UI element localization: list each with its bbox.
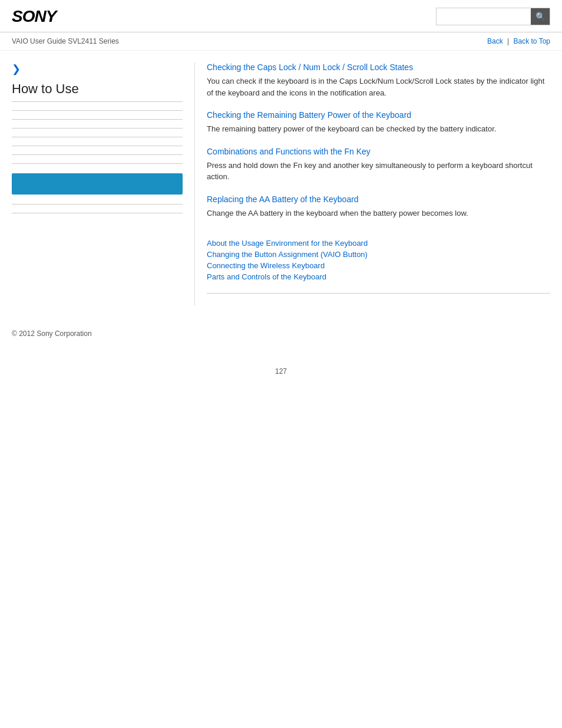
breadcrumb: VAIO User Guide SVL2411 Series bbox=[12, 37, 119, 45]
sidebar-divider-8 bbox=[12, 204, 183, 205]
copyright-text: © 2012 Sony Corporation bbox=[12, 330, 92, 338]
sidebar-title: How to Use bbox=[12, 81, 183, 102]
link-2[interactable]: Changing the Button Assignment (VAIO But… bbox=[207, 250, 550, 259]
sidebar-divider-7 bbox=[12, 163, 183, 164]
section-heading-3[interactable]: Combinations and Functions with the Fn K… bbox=[207, 147, 550, 156]
content-links: About the Usage Environment for the Keyb… bbox=[207, 233, 550, 281]
search-box: 🔍 bbox=[436, 8, 550, 25]
content-section-3: Combinations and Functions with the Fn K… bbox=[207, 147, 550, 183]
chevron-icon: ❯ bbox=[12, 62, 183, 75]
sidebar-divider-2 bbox=[12, 119, 183, 120]
search-icon: 🔍 bbox=[535, 12, 546, 21]
section-body-2: The remaining battery power of the keybo… bbox=[207, 123, 550, 135]
sidebar-divider-6 bbox=[12, 154, 183, 155]
sidebar-divider-4 bbox=[12, 137, 183, 137]
content-area: Checking the Caps Lock / Num Lock / Scro… bbox=[194, 62, 550, 305]
sidebar-highlight-block[interactable] bbox=[12, 173, 183, 195]
footer: © 2012 Sony Corporation bbox=[0, 317, 562, 344]
sidebar-divider-1 bbox=[12, 110, 183, 111]
link-4[interactable]: Parts and Controls of the Keyboard bbox=[207, 272, 550, 281]
section-body-3: Press and hold down the Fn key and anoth… bbox=[207, 160, 550, 183]
content-section-4: Replacing the AA Battery of the Keyboard… bbox=[207, 195, 550, 219]
page-number: 127 bbox=[0, 367, 562, 387]
nav-links: Back | Back to Top bbox=[487, 37, 550, 45]
page-header: SONY 🔍 bbox=[0, 0, 562, 32]
back-link[interactable]: Back bbox=[487, 37, 503, 45]
main-content: ❯ How to Use Checking the Caps Lock / Nu… bbox=[0, 51, 562, 317]
section-heading-4[interactable]: Replacing the AA Battery of the Keyboard bbox=[207, 195, 550, 204]
sub-header: VAIO User Guide SVL2411 Series Back | Ba… bbox=[0, 32, 562, 51]
search-button[interactable]: 🔍 bbox=[531, 8, 550, 25]
sony-logo: SONY bbox=[12, 7, 56, 26]
link-3[interactable]: Connecting the Wireless Keyboard bbox=[207, 261, 550, 270]
sidebar: ❯ How to Use bbox=[12, 62, 194, 305]
content-section-1: Checking the Caps Lock / Num Lock / Scro… bbox=[207, 62, 550, 98]
section-heading-2[interactable]: Checking the Remaining Battery Power of … bbox=[207, 110, 550, 120]
content-section-2: Checking the Remaining Battery Power of … bbox=[207, 110, 550, 135]
link-1[interactable]: About the Usage Environment for the Keyb… bbox=[207, 239, 550, 248]
sidebar-divider-9 bbox=[12, 213, 183, 213]
section-body-1: You can check if the keyboard is in the … bbox=[207, 75, 550, 98]
section-body-4: Change the AA battery in the keyboard wh… bbox=[207, 207, 550, 219]
nav-separator: | bbox=[507, 37, 509, 45]
back-to-top-link[interactable]: Back to Top bbox=[514, 37, 550, 45]
sidebar-divider-5 bbox=[12, 146, 183, 146]
sidebar-divider-3 bbox=[12, 128, 183, 129]
search-input[interactable] bbox=[437, 8, 531, 25]
content-divider bbox=[207, 293, 550, 294]
section-heading-1[interactable]: Checking the Caps Lock / Num Lock / Scro… bbox=[207, 62, 550, 72]
